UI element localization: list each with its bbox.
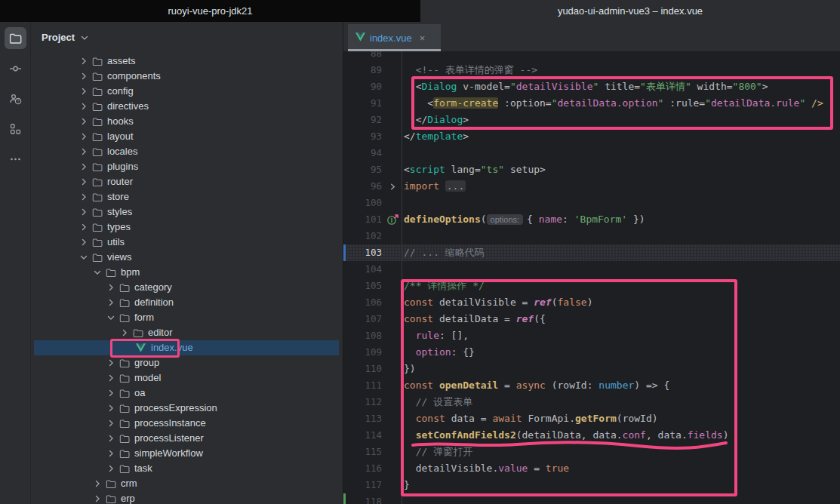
chevron-right-icon[interactable] [77, 115, 91, 128]
code-line-88[interactable]: 88 [343, 51, 840, 62]
chevron-right-icon[interactable] [104, 387, 118, 399]
code-line-91[interactable]: 91 <form-create :option="detailData.opti… [343, 95, 840, 112]
chevron-right-icon[interactable] [77, 131, 91, 143]
chevron-right-icon[interactable] [77, 236, 91, 248]
code-line-112[interactable]: 112 // 设置表单 [343, 394, 840, 410]
define-options-gutter-icon[interactable] [385, 214, 400, 226]
code-line-114[interactable]: 114 setConfAndFields2(detailData, data.c… [343, 427, 840, 444]
collaboration-icon[interactable]: ? [5, 88, 26, 109]
code-line-118[interactable]: 118 [343, 493, 840, 504]
code-line-107[interactable]: 107const detailData = ref({ [343, 311, 840, 327]
chevron-right-icon[interactable] [104, 281, 118, 293]
code-line-109[interactable]: 109 option: {} [343, 344, 840, 361]
code-editor[interactable]: 8889 <!-- 表单详情的弹窗 -->90 <Dialog v-model=… [343, 51, 840, 504]
chevron-right-icon[interactable] [77, 85, 91, 97]
tab-index-vue[interactable]: index.vue × [348, 24, 441, 51]
code-line-113[interactable]: 113 const data = await FormApi.getForm(r… [343, 410, 840, 427]
tree-item-hooks[interactable]: hooks [31, 114, 343, 129]
chevron-right-icon[interactable] [104, 402, 118, 414]
chevron-down-icon[interactable] [91, 266, 104, 278]
tree-item-router[interactable]: router [31, 174, 343, 189]
code-line-96[interactable]: 96import ... [343, 178, 840, 195]
tree-item-views[interactable]: views [31, 250, 343, 265]
tree-item-model[interactable]: model [31, 370, 343, 386]
chevron-right-icon[interactable] [104, 432, 118, 444]
editor-panel[interactable]: index.vue × 8889 <!-- 表单详情的弹窗 -->90 <Dia… [343, 22, 840, 504]
code-line-101[interactable]: 101defineOptions(options:{ name: 'BpmFor… [343, 211, 840, 228]
tree-item-components[interactable]: components [31, 69, 343, 84]
chevron-right-icon[interactable] [77, 191, 91, 203]
project-folder-icon[interactable] [5, 27, 26, 49]
close-icon[interactable]: × [420, 33, 426, 43]
code-line-94[interactable]: 94 [343, 145, 840, 161]
tree-item-crm[interactable]: crm [31, 476, 343, 491]
tree-item-oa[interactable]: oa [31, 386, 343, 401]
folded-imports-placeholder[interactable]: ... [445, 180, 466, 192]
chevron-right-icon[interactable] [118, 327, 131, 339]
tree-item-index-vue[interactable]: index.vue [34, 340, 339, 355]
chevron-right-icon[interactable] [77, 146, 91, 158]
chevron-down-icon[interactable] [104, 312, 118, 324]
code-line-116[interactable]: 116 detailVisible.value = true [343, 460, 840, 477]
chevron-right-icon[interactable] [77, 55, 91, 67]
code-line-111[interactable]: 111const openDetail = async (rowId: numb… [343, 377, 840, 394]
chevron-right-icon[interactable] [104, 357, 118, 369]
chevron-right-icon[interactable] [104, 297, 118, 309]
tree-item-config[interactable]: config [31, 84, 343, 99]
tree-item-processExpression[interactable]: processExpression [31, 401, 343, 416]
commit-icon[interactable] [5, 57, 26, 79]
chevron-right-icon[interactable] [77, 221, 91, 233]
tree-item-simpleWorkflow[interactable]: simpleWorkflow [31, 446, 343, 461]
code-line-102[interactable]: 102 [343, 228, 840, 244]
chevron-right-icon[interactable] [104, 447, 118, 459]
chevron-right-icon[interactable] [104, 372, 118, 384]
tree-item-layout[interactable]: layout [31, 129, 343, 144]
project-panel-header[interactable]: Project [31, 22, 343, 53]
chevron-down-icon[interactable] [77, 251, 91, 263]
chevron-right-icon[interactable] [77, 161, 91, 173]
tree-item-editor[interactable]: editor [31, 325, 343, 340]
tree-item-processInstance[interactable]: processInstance [31, 416, 343, 431]
code-line-100[interactable]: 100 [343, 195, 840, 211]
tree-item-directives[interactable]: directives [31, 99, 343, 114]
fold-arrow-icon[interactable] [385, 180, 400, 192]
code-line-117[interactable]: 117} [343, 477, 840, 493]
tree-item-types[interactable]: types [31, 220, 343, 235]
tree-item-locales[interactable]: locales [31, 144, 343, 159]
chevron-right-icon[interactable] [104, 463, 118, 475]
code-line-93[interactable]: 93</template> [343, 128, 840, 145]
tree-item-bpm[interactable]: bpm [31, 265, 343, 280]
code-line-105[interactable]: 105/** 详情操作 */ [343, 278, 840, 294]
chevron-right-icon[interactable] [77, 70, 91, 82]
tree-item-category[interactable]: category [31, 280, 343, 295]
structure-icon[interactable] [5, 118, 26, 140]
chevron-right-icon[interactable] [77, 100, 91, 112]
tree-item-group[interactable]: group [31, 355, 343, 370]
tree-item-utils[interactable]: utils [31, 235, 343, 250]
chevron-right-icon[interactable] [104, 417, 118, 429]
code-line-95[interactable]: 95<script lang="ts" setup> [343, 161, 840, 178]
chevron-right-icon[interactable] [91, 493, 104, 504]
tree-item-task[interactable]: task [31, 461, 343, 476]
code-line-115[interactable]: 115 // 弹窗打开 [343, 444, 840, 460]
tree-item-definition[interactable]: definition [31, 295, 343, 310]
code-line-90[interactable]: 90 <Dialog v-model="detailVisible" title… [343, 78, 840, 95]
tree-item-form[interactable]: form [31, 310, 343, 325]
code-line-110[interactable]: 110}) [343, 361, 840, 377]
code-line-103[interactable]: 103// ... 缩略代码 [343, 244, 840, 261]
chevron-right-icon[interactable] [77, 206, 91, 218]
more-icon[interactable] [5, 148, 26, 170]
tree-item-processListener[interactable]: processListener [31, 431, 343, 446]
code-line-89[interactable]: 89 <!-- 表单详情的弹窗 --> [343, 62, 840, 78]
tree-item-erp[interactable]: erp [31, 491, 343, 504]
code-line-108[interactable]: 108 rule: [], [343, 327, 840, 344]
code-line-104[interactable]: 104 [343, 261, 840, 278]
tree-item-store[interactable]: store [31, 189, 343, 204]
tree-item-styles[interactable]: styles [31, 204, 343, 220]
chevron-right-icon[interactable] [77, 176, 91, 188]
chevron-right-icon[interactable] [91, 478, 104, 490]
code-line-106[interactable]: 106const detailVisible = ref(false) [343, 294, 840, 311]
tree-item-assets[interactable]: assets [31, 54, 343, 69]
tree-item-plugins[interactable]: plugins [31, 159, 343, 174]
code-line-92[interactable]: 92 </Dialog> [343, 112, 840, 128]
